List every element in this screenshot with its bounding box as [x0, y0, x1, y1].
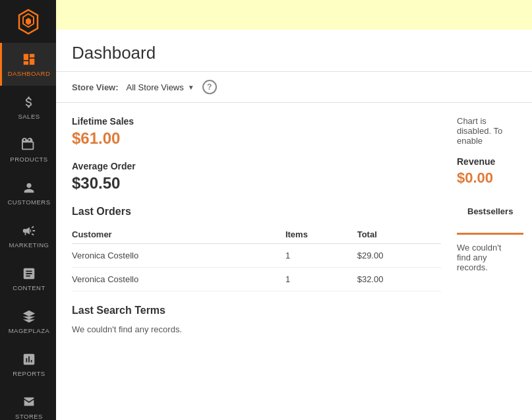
help-icon[interactable]: ?	[202, 80, 217, 94]
sidebar-item-reports-label: REPORTS	[13, 370, 45, 377]
table-row: Veronica Costello 1 $32.00	[72, 268, 441, 291]
tab-no-records: We couldn't find any records.	[457, 243, 516, 272]
content-icon	[21, 266, 37, 282]
sidebar: DASHBOARD SALES PRODUCTS CUSTOMERS MARKE…	[0, 0, 56, 420]
right-panel: Chart is disabled. To enable Revenue $0.…	[457, 116, 516, 334]
store-view-label: Store View:	[72, 82, 119, 92]
last-orders-section: Last Orders Customer Items Total Veronic…	[72, 206, 441, 291]
stores-icon	[21, 394, 37, 410]
order-items: 1	[285, 244, 357, 268]
lifetime-sales-value: $61.00	[72, 129, 441, 148]
col-total: Total	[357, 225, 441, 244]
tab-most-viewed[interactable]: Most Viewed	[523, 200, 532, 235]
notification-bar	[56, 0, 532, 30]
dashboard-icon	[21, 51, 37, 67]
left-panel: Lifetime Sales $61.00 Average Order $30.…	[72, 116, 441, 334]
table-row: Veronica Costello 1 $29.00	[72, 244, 441, 268]
sidebar-item-content[interactable]: CONTENT	[0, 257, 56, 300]
orders-table: Customer Items Total Veronica Costello 1…	[72, 225, 441, 291]
store-view-select[interactable]: All Store Views ▼	[127, 82, 194, 92]
sidebar-item-sales[interactable]: SALES	[0, 86, 56, 129]
chart-disabled-text: Chart is disabled. To enable	[457, 116, 516, 146]
lifetime-sales-block: Lifetime Sales $61.00	[72, 116, 441, 148]
col-items: Items	[285, 225, 357, 244]
dashboard-body: Lifetime Sales $61.00 Average Order $30.…	[56, 103, 532, 347]
dropdown-arrow-icon: ▼	[188, 84, 194, 91]
sidebar-item-stores[interactable]: STORES	[0, 386, 56, 420]
sidebar-item-mageplaza-label: MAGEPLAZA	[9, 327, 50, 334]
sidebar-item-customers[interactable]: CUSTOMERS	[0, 171, 56, 214]
reports-icon	[21, 351, 37, 367]
order-items: 1	[285, 268, 357, 291]
sales-icon	[21, 94, 37, 110]
content-area: Dashboard Store View: All Store Views ▼ …	[56, 30, 532, 420]
sidebar-item-products-label: PRODUCTS	[10, 156, 47, 163]
sidebar-item-content-label: CONTENT	[13, 284, 45, 291]
sidebar-logo[interactable]	[0, 0, 56, 43]
sidebar-item-marketing-label: MARKETING	[9, 241, 49, 249]
revenue-label: Revenue	[457, 156, 516, 167]
products-icon	[21, 137, 37, 153]
order-total: $32.00	[357, 268, 441, 291]
tabs-row: Bestsellers Most Viewed	[457, 200, 516, 235]
order-customer: Veronica Costello	[72, 244, 285, 268]
average-order-label: Average Order	[72, 161, 441, 171]
store-view-bar: Store View: All Store Views ▼ ?	[56, 72, 532, 103]
lifetime-sales-label: Lifetime Sales	[72, 116, 441, 127]
order-customer: Veronica Costello	[72, 268, 285, 291]
dashboard-header: Dashboard	[56, 30, 532, 72]
last-orders-title: Last Orders	[72, 206, 441, 218]
main-content: Dashboard Store View: All Store Views ▼ …	[56, 0, 532, 420]
revenue-block: Revenue $0.00	[457, 156, 516, 187]
order-total: $29.00	[357, 244, 441, 268]
sidebar-item-customers-label: CUSTOMERS	[7, 198, 50, 206]
customers-icon	[21, 180, 37, 196]
col-customer: Customer	[72, 225, 285, 244]
sidebar-item-dashboard[interactable]: DASHBOARD	[0, 43, 56, 86]
sidebar-item-products[interactable]: PRODUCTS	[0, 129, 56, 171]
sidebar-item-dashboard-label: DASHBOARD	[8, 70, 51, 77]
last-search-terms-section: Last Search Terms We couldn't find any r…	[72, 305, 441, 334]
tab-bestsellers[interactable]: Bestsellers	[457, 200, 523, 235]
mageplaza-icon	[21, 309, 37, 324]
sidebar-item-sales-label: SALES	[18, 113, 40, 120]
marketing-icon	[21, 223, 37, 239]
average-order-value: $30.50	[72, 174, 441, 193]
average-order-block: Average Order $30.50	[72, 161, 441, 193]
revenue-value: $0.00	[457, 169, 516, 187]
last-search-terms-title: Last Search Terms	[72, 305, 441, 316]
sidebar-item-mageplaza[interactable]: MAGEPLAZA	[0, 300, 56, 343]
sidebar-item-reports[interactable]: REPORTS	[0, 343, 56, 386]
sidebar-item-marketing[interactable]: MARKETING	[0, 214, 56, 257]
last-search-no-records: We couldn't find any records.	[72, 324, 441, 334]
page-title: Dashboard	[72, 43, 516, 63]
store-view-value: All Store Views	[127, 82, 184, 92]
sidebar-item-stores-label: STORES	[15, 413, 43, 420]
